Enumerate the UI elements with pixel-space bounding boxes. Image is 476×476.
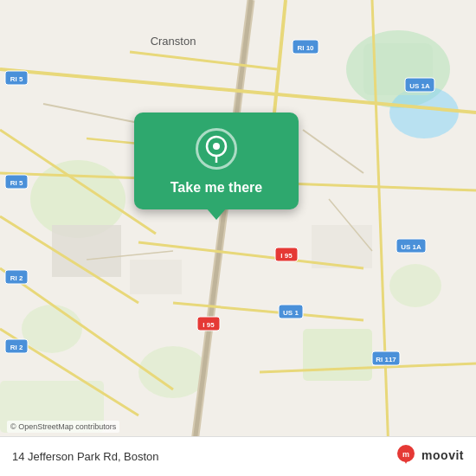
moovit-brand-text: moovit bbox=[421, 448, 464, 462]
svg-text:RI 5: RI 5 bbox=[10, 179, 23, 187]
svg-rect-11 bbox=[130, 260, 182, 294]
svg-point-7 bbox=[389, 264, 441, 307]
svg-point-5 bbox=[22, 305, 82, 353]
svg-text:RI 10: RI 10 bbox=[297, 44, 314, 52]
take-me-there-popup[interactable]: Take me there bbox=[134, 113, 299, 209]
svg-rect-12 bbox=[312, 225, 372, 268]
address-text: 14 Jefferson Park Rd, Boston bbox=[12, 450, 159, 463]
svg-text:US 1A: US 1A bbox=[409, 82, 430, 90]
svg-text:Cranston: Cranston bbox=[151, 35, 196, 48]
moovit-icon: m bbox=[394, 443, 418, 467]
map-roads-svg: RI 5 RI 5 RI 2 RI 2 RI 10 US 1A US 1A I … bbox=[0, 0, 476, 476]
info-bar: 14 Jefferson Park Rd, Boston m moovit bbox=[0, 436, 476, 476]
location-pin-icon bbox=[204, 135, 228, 163]
svg-text:I 95: I 95 bbox=[203, 321, 215, 329]
svg-text:RI 2: RI 2 bbox=[10, 274, 23, 282]
svg-text:US 1A: US 1A bbox=[401, 243, 421, 251]
svg-text:RI 2: RI 2 bbox=[10, 344, 23, 351]
moovit-logo: m moovit bbox=[394, 443, 464, 467]
location-icon-circle bbox=[196, 128, 237, 170]
svg-point-57 bbox=[213, 143, 220, 150]
svg-rect-6 bbox=[303, 329, 372, 381]
take-me-there-label: Take me there bbox=[170, 180, 262, 196]
map-container: RI 5 RI 5 RI 2 RI 2 RI 10 US 1A US 1A I … bbox=[0, 0, 476, 476]
svg-text:m: m bbox=[402, 450, 409, 459]
svg-text:RI 5: RI 5 bbox=[10, 75, 23, 83]
svg-text:US 1: US 1 bbox=[283, 309, 299, 317]
svg-text:I 95: I 95 bbox=[280, 252, 293, 260]
svg-text:RI 117: RI 117 bbox=[376, 356, 396, 363]
address-container: 14 Jefferson Park Rd, Boston bbox=[12, 450, 159, 463]
osm-attribution: © OpenStreetMap contributors bbox=[7, 421, 119, 433]
